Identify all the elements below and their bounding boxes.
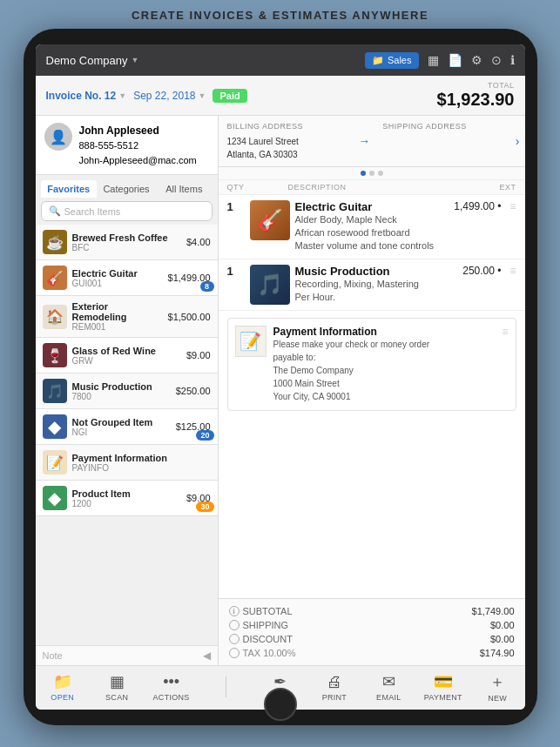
toolbar-payment[interactable]: 💳 PAYMENT	[416, 672, 470, 702]
more-icon: •••	[163, 673, 179, 691]
search-box[interactable]: 🔍 Search Items	[41, 201, 213, 221]
toolbar-open[interactable]: 📁 OPEN	[36, 672, 90, 702]
customer-name: John Appleseed	[79, 123, 197, 138]
list-item[interactable]: 🍷 Glass of Red Wine GRW $9.00	[36, 338, 218, 374]
product-thumbnail: 🎵	[43, 379, 67, 403]
customer-email: John-Appleseed@mac.com	[79, 153, 197, 168]
invoice-header: Invoice No. 12 ▼ Sep 22, 2018 ▼ Paid TOT…	[36, 76, 525, 116]
toolbar-print[interactable]: 🖨 PRINT	[307, 673, 361, 702]
product-info: Electric Guitar GUI001	[72, 268, 163, 288]
tab-favorites[interactable]: Favorites	[41, 180, 97, 198]
line-thumbnail: 🎸	[250, 200, 290, 240]
info-icon	[229, 634, 240, 644]
tablet-device: Demo Company ▼ 📁 Sales ▦ 📄 ⚙ ⊙ ℹ Invoice…	[24, 29, 537, 725]
top-bar-right: 📁 Sales ▦ 📄 ⚙ ⊙ ℹ	[365, 52, 515, 69]
billing-address[interactable]: Billing Address 1234 Laurel Street Atlan…	[219, 116, 355, 166]
tablet-screen: Demo Company ▼ 📁 Sales ▦ 📄 ⚙ ⊙ ℹ Invoice…	[36, 44, 525, 710]
list-item[interactable]: 📝 Payment Information PAYINFO	[36, 445, 218, 481]
invoice-number[interactable]: Invoice No. 12 ▼	[46, 90, 127, 102]
note-area[interactable]: Note ◀	[36, 645, 218, 665]
toolbar-actions[interactable]: ••• ACTIONS	[144, 673, 198, 702]
subtotal-row: ℹ SUBTOTAL $1,749.00	[229, 604, 515, 618]
drag-handle-icon: ≡	[502, 326, 508, 338]
quantity-badge: 8	[200, 281, 214, 292]
info-icon: ℹ	[229, 606, 240, 616]
line-description: Electric Guitar Alder Body, Maple NeckAf…	[295, 200, 435, 253]
billing-line2: Atlanta, GA 30303	[227, 148, 347, 161]
qty-header: QTY	[227, 183, 248, 192]
quantity-badge: 30	[196, 501, 213, 512]
sales-tab[interactable]: 📁 Sales	[365, 52, 419, 69]
info-circle-icon[interactable]: ℹ	[510, 53, 515, 67]
line-thumbnail: 🎵	[250, 265, 290, 305]
product-thumbnail: 🎸	[43, 266, 67, 290]
invoice-date[interactable]: Sep 22, 2018 ▼	[133, 90, 206, 102]
home-button[interactable]	[264, 688, 297, 721]
toolbar-divider	[199, 676, 253, 697]
product-info: Not Grouped Item NGI	[72, 417, 171, 437]
gear-icon[interactable]: ⚙	[471, 53, 482, 67]
page-title: CREATE INVOICES & ESTIMATES ANYWHERE	[132, 0, 428, 29]
sync-icon[interactable]: ⊙	[491, 53, 502, 67]
page-title-bar: CREATE INVOICES & ESTIMATES ANYWHERE	[132, 0, 428, 29]
list-item[interactable]: 🎸 Electric Guitar GUI001 $1,499.00 8	[36, 260, 218, 296]
credit-card-icon: 💳	[434, 672, 453, 691]
product-info: Music Production 7800	[72, 381, 171, 401]
line-price: 250.00 •	[440, 265, 501, 277]
line-item[interactable]: 1 🎵 Music Production Recording, Mixing, …	[219, 259, 525, 311]
line-item[interactable]: 1 🎸 Electric Guitar Alder Body, Maple Ne…	[219, 195, 525, 259]
product-info: Brewed Fresh Coffee BFC	[72, 232, 181, 252]
line-quantity: 1	[227, 265, 245, 278]
tab-categories[interactable]: Categories	[98, 180, 154, 198]
toolbar-scan[interactable]: ▦ SCAN	[90, 672, 144, 702]
sidebar: 👤 John Appleseed 888-555-5512 John-Apple…	[36, 116, 219, 665]
billing-label: Billing Address	[227, 121, 347, 133]
payment-info-block[interactable]: 📝 Payment Information Please make your c…	[227, 318, 516, 411]
ext-header: EXT	[455, 183, 516, 192]
barcode-icon[interactable]: ▦	[428, 53, 439, 67]
list-item[interactable]: ☕ Brewed Fresh Coffee BFC $4.00	[36, 225, 218, 260]
product-thumbnail: ☕	[43, 230, 67, 254]
email-icon: ✉	[382, 672, 395, 691]
print-icon: 🖨	[327, 673, 342, 691]
list-item[interactable]: ◆ Not Grouped Item NGI $125.00 20	[36, 409, 218, 445]
product-info: Exterior Remodeling REM001	[72, 301, 163, 332]
dot-3	[378, 171, 383, 176]
address-bar: Billing Address 1234 Laurel Street Atlan…	[219, 116, 525, 167]
right-panel: Billing Address 1234 Laurel Street Atlan…	[219, 116, 525, 665]
product-tabs: Favorites Categories All Items	[36, 175, 218, 198]
calendar-icon: ▼	[199, 91, 206, 100]
payment-info-text: Payment Information Please make your che…	[273, 326, 496, 403]
column-headers: QTY DESCRIPTION EXT	[219, 180, 525, 195]
list-item[interactable]: 🎵 Music Production 7800 $250.00	[36, 374, 218, 409]
page-indicator	[219, 167, 525, 180]
folder-icon: 📁	[53, 672, 72, 691]
discount-row: DISCOUNT $0.00	[229, 632, 515, 646]
avatar: 👤	[44, 123, 72, 151]
product-info: Glass of Red Wine GRW	[72, 346, 181, 366]
note-label: Note	[43, 650, 203, 661]
main-content: 👤 John Appleseed 888-555-5512 John-Apple…	[36, 116, 525, 665]
list-item[interactable]: ◆ Product Item 1200 $9.00 30	[36, 481, 218, 516]
line-description: Music Production Recording, Mixing, Mast…	[295, 265, 435, 305]
line-price: 1,499.00 •	[440, 200, 501, 212]
customer-info[interactable]: 👤 John Appleseed 888-555-5512 John-Apple…	[36, 116, 218, 175]
document-icon[interactable]: 📄	[448, 53, 462, 67]
payment-info-body: Please make your check or money orderpay…	[273, 338, 496, 403]
drag-handle-icon: ≡	[506, 200, 516, 212]
customer-details: John Appleseed 888-555-5512 John-Applese…	[79, 123, 197, 167]
product-thumbnail: ◆	[43, 414, 67, 439]
shipping-label: Shipping Address	[382, 121, 502, 133]
info-icon	[229, 620, 240, 630]
customer-phone: 888-555-5512	[79, 138, 197, 153]
total-area: TOTAL $1,923.90	[437, 81, 515, 110]
company-selector[interactable]: Demo Company ▼	[46, 54, 139, 67]
tab-all-items[interactable]: All Items	[156, 180, 212, 198]
arrow-icon: →	[354, 116, 374, 166]
product-info: Payment Information PAYINFO	[72, 453, 206, 473]
shipping-address[interactable]: Shipping Address	[374, 116, 510, 166]
toolbar-new[interactable]: ＋ NEW	[470, 671, 524, 703]
list-item[interactable]: 🏠 Exterior Remodeling REM001 $1,500.00	[36, 296, 218, 338]
chevron-right-icon[interactable]: ›	[510, 116, 525, 166]
toolbar-email[interactable]: ✉ EMAIL	[361, 672, 415, 702]
